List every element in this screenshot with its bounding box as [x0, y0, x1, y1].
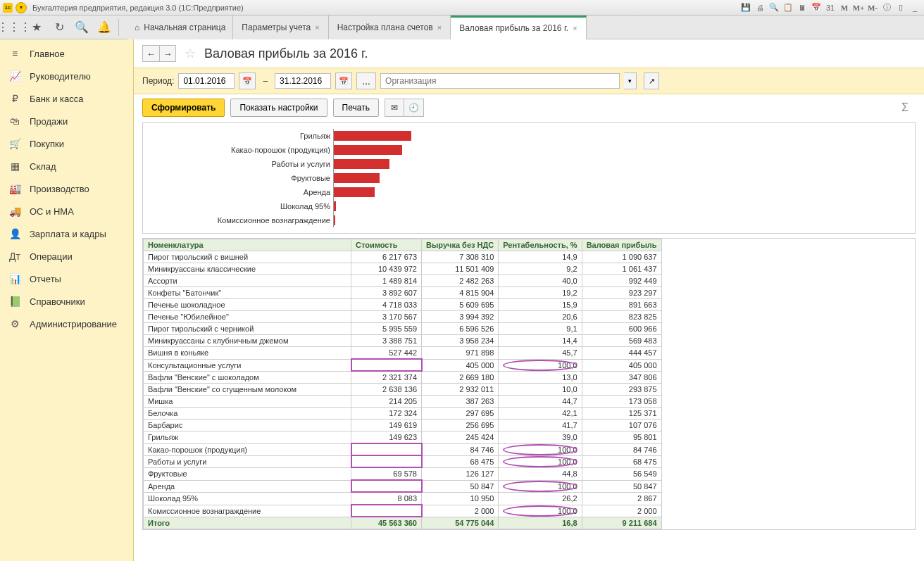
- col-revenue[interactable]: Выручка без НДС: [422, 239, 499, 251]
- sidebar-item[interactable]: 🚚ОС и НМА: [0, 200, 133, 222]
- table-row[interactable]: Печенье шоколадное 4 718 033 5 609 695 1…: [144, 299, 662, 311]
- organization-dropdown[interactable]: ▾: [624, 73, 637, 89]
- table-row[interactable]: Консультационные услуги 405 000 100,0 40…: [144, 359, 662, 371]
- bell-icon[interactable]: 🔔: [94, 18, 114, 37]
- sidebar-item[interactable]: ▦Склад: [0, 155, 133, 177]
- tab[interactable]: Настройка плана счетов×: [329, 15, 451, 39]
- date-from-input[interactable]: [178, 73, 235, 89]
- table-row[interactable]: Аренда 50 847 100,0 50 847: [144, 480, 662, 492]
- minimize-icon[interactable]: _: [909, 2, 921, 13]
- table-row[interactable]: Белочка 172 324 297 695 42,1 125 371: [144, 408, 662, 420]
- chart-bar: [334, 187, 375, 197]
- sidebar-icon: ≡: [8, 48, 21, 59]
- chart-bar: [334, 159, 389, 169]
- sidebar-item[interactable]: 🛒Покупки: [0, 132, 133, 155]
- sidebar-item[interactable]: 📗Справочники: [0, 290, 133, 313]
- history-icon[interactable]: ↻: [49, 18, 69, 37]
- sidebar-item[interactable]: 📈Руководителю: [0, 65, 133, 87]
- sidebar-item[interactable]: ₽Банк и касса: [0, 87, 133, 110]
- calendar-from-button[interactable]: 📅: [239, 73, 256, 89]
- chart-label: Грильяж: [143, 132, 333, 140]
- table-row[interactable]: Комиссионное вознаграждение 2 000 100,0 …: [144, 505, 662, 517]
- chart-label: Комиссионное вознаграждение: [143, 216, 333, 225]
- sidebar-label: Склад: [30, 161, 56, 172]
- info-icon[interactable]: ⓘ: [880, 2, 893, 13]
- table-row[interactable]: Вафли "Венские" со сгущенным молоком 2 6…: [144, 384, 662, 396]
- table-row[interactable]: Вафли "Венские" с шоколадом 2 321 374 2 …: [144, 371, 662, 384]
- print-icon[interactable]: 🖨: [754, 2, 766, 13]
- date-icon[interactable]: 31: [824, 2, 837, 13]
- apps-icon[interactable]: ⋮⋮⋮: [4, 18, 24, 37]
- window-title: Бухгалтерия предприятия, редакция 3.0 (1…: [32, 4, 244, 12]
- m-clear-icon[interactable]: M-: [866, 2, 879, 13]
- back-button[interactable]: ←: [142, 45, 159, 62]
- table-row[interactable]: Миникруассаны классические 10 439 972 11…: [144, 263, 662, 275]
- table-row[interactable]: Пирог тирольский с черникой 5 995 559 6 …: [144, 323, 662, 335]
- table-row[interactable]: Барбарис 149 619 256 695 41,7 107 076: [144, 420, 662, 431]
- generate-button[interactable]: Сформировать: [142, 99, 225, 117]
- calendar-to-button[interactable]: 📅: [335, 73, 352, 89]
- compare-icon[interactable]: 📋: [782, 2, 794, 13]
- col-nomenclature[interactable]: Номенклатура: [144, 239, 351, 251]
- sidebar-item[interactable]: 🛍Продажи: [0, 110, 133, 132]
- table-row[interactable]: Фруктовые 69 578 126 127 44,8 56 549: [144, 467, 662, 480]
- close-icon[interactable]: ×: [437, 23, 442, 32]
- calendar-icon[interactable]: 📅: [810, 2, 823, 13]
- sidebar-item[interactable]: 👤Зарплата и кадры: [0, 222, 133, 245]
- close-icon[interactable]: ×: [573, 24, 577, 32]
- star-icon[interactable]: ★: [27, 18, 46, 37]
- search-icon[interactable]: 🔍: [72, 18, 92, 37]
- table-row[interactable]: Какао-порошок (продукция) 84 746 100,0 8…: [144, 443, 662, 455]
- m-minus-icon[interactable]: M: [838, 2, 851, 13]
- m-plus-icon[interactable]: M+: [852, 2, 865, 13]
- chart-bar: [334, 131, 411, 141]
- show-settings-button[interactable]: Показать настройки: [230, 99, 327, 117]
- table-row[interactable]: Грильяж 149 623 245 424 39,0 95 801: [144, 431, 662, 444]
- period-label: Период:: [142, 76, 174, 86]
- date-to-input[interactable]: [275, 73, 331, 89]
- clock-icon[interactable]: 🕘: [404, 99, 424, 117]
- organization-input[interactable]: [380, 73, 620, 89]
- sidebar-item[interactable]: 📊Отчеты: [0, 267, 133, 290]
- organization-open-button[interactable]: ↗: [644, 73, 659, 89]
- table-row[interactable]: Мишка 214 205 387 263 44,7 173 058: [144, 396, 662, 408]
- email-icon[interactable]: ✉: [385, 99, 404, 117]
- sidebar-item[interactable]: ⚙Администрирование: [0, 313, 133, 335]
- forward-button[interactable]: →: [159, 45, 176, 62]
- sidebar-icon: 📈: [8, 70, 21, 82]
- sidebar-label: Отчеты: [30, 274, 61, 284]
- col-profitability[interactable]: Рентабельность, %: [499, 239, 582, 251]
- sidebar-icon: 🛍: [8, 115, 21, 127]
- col-gross-profit[interactable]: Валовая прибыль: [582, 239, 661, 251]
- panel-icon[interactable]: ▯: [894, 2, 907, 13]
- table-row[interactable]: Печенье "Юбилейное" 3 170 567 3 994 392 …: [144, 311, 662, 323]
- preview-icon[interactable]: 🔍: [768, 2, 780, 13]
- table-row[interactable]: Миникруассаны с клубничным джемом 3 388 …: [144, 335, 662, 347]
- table-total-row: Итого45 563 36054 775 04416,89 211 684: [144, 517, 662, 529]
- period-picker-button[interactable]: ...: [356, 73, 376, 89]
- col-cost[interactable]: Стоимость: [351, 239, 422, 251]
- print-button[interactable]: Печать: [333, 99, 379, 117]
- sidebar-item[interactable]: 🏭Производство: [0, 177, 133, 200]
- chart-row: Грильяж: [143, 129, 915, 143]
- favorite-icon[interactable]: ☆: [185, 46, 196, 61]
- table-row[interactable]: Работы и услуги 68 475 100,0 68 475: [144, 455, 662, 467]
- table-row[interactable]: Шоколад 95% 8 083 10 950 26,2 2 867: [144, 492, 662, 505]
- data-table: Номенклатура Стоимость Выручка без НДС Р…: [142, 238, 916, 530]
- chart-label: Аренда: [143, 188, 333, 196]
- tab[interactable]: Параметры учета×: [233, 15, 328, 39]
- close-icon[interactable]: ×: [315, 23, 319, 32]
- chart-row: Шоколад 95%: [143, 199, 915, 213]
- sigma-icon[interactable]: Σ: [901, 101, 916, 114]
- table-row[interactable]: Вишня в коньяке 527 442 971 898 45,7 444…: [144, 347, 662, 360]
- table-row[interactable]: Пирог тирольский с вишней 6 217 673 7 30…: [144, 251, 662, 263]
- app-menu-dropdown[interactable]: ▼: [15, 2, 27, 13]
- save-icon[interactable]: 💾: [739, 2, 752, 13]
- sidebar-item[interactable]: ДтОперации: [0, 245, 133, 267]
- calc-icon[interactable]: 🖩: [796, 2, 808, 13]
- table-row[interactable]: Конфеты "Батончик" 3 892 607 4 815 904 1…: [144, 287, 662, 299]
- table-row[interactable]: Ассорти 1 489 814 2 482 263 40,0 992 449: [144, 275, 662, 287]
- sidebar-item[interactable]: ≡Главное: [0, 42, 133, 65]
- tab-home[interactable]: ⌂ Начальная страница: [127, 15, 233, 39]
- tab[interactable]: Валовая прибыль за 2016 г.×: [451, 15, 586, 39]
